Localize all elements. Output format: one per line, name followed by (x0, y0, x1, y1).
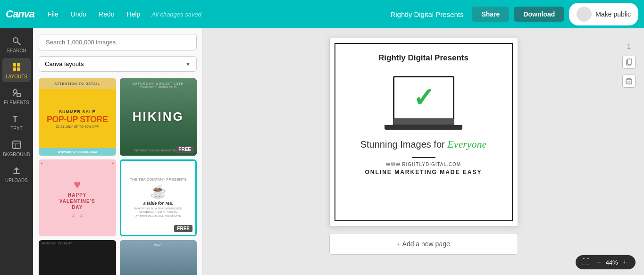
sidebar-item-elements[interactable]: ELEMENTS (2, 84, 31, 108)
page-number-bar: 1 (622, 42, 636, 88)
svg-point-6 (13, 90, 17, 93)
logo: Canva (6, 8, 34, 20)
canvas-tagline: ONLINE MARKETING MADE EASY (365, 169, 482, 175)
svg-rect-3 (17, 63, 20, 67)
sidebar-label-text: TEXT (10, 126, 23, 131)
template-valentine[interactable]: ♥ ♥ ♥ HAPPYVALENTINE'SDAY ⚔ ⚔ (39, 159, 116, 237)
sidebar-item-text[interactable]: T TEXT (2, 110, 31, 134)
canvas-border (335, 43, 513, 221)
sidebar-item-layouts[interactable]: LAYOUTS (2, 58, 31, 82)
laptop-keyboard (393, 118, 454, 125)
page-number: 1 (627, 42, 631, 50)
canvas-divider (412, 157, 435, 158)
saved-status: All changes saved (151, 11, 201, 18)
svg-rect-5 (17, 67, 20, 71)
zoom-level: 44% (606, 259, 618, 266)
menu-redo[interactable]: Redo (94, 8, 119, 20)
canvas-area: Rightly Digital Presents ✓ Stunning Imag… (203, 28, 644, 275)
avatar (577, 7, 592, 22)
sidebar-label-search: SEARCH (7, 48, 26, 53)
menu-bar: File Undo Redo Help (43, 8, 145, 20)
copy-page-icon[interactable] (622, 56, 636, 69)
zoom-bar: ⛶ − 44% + (576, 255, 636, 269)
sidebar-label-layouts: LAYOUTS (6, 74, 27, 79)
menu-file[interactable]: File (43, 8, 63, 20)
make-public-button[interactable]: Make public (569, 3, 638, 25)
svg-rect-12 (13, 173, 20, 174)
canvas-design-title: Rightly Digital Presents (378, 53, 468, 63)
svg-rect-4 (13, 67, 16, 71)
text-icon: T (11, 114, 22, 124)
menu-help[interactable]: Help (122, 8, 145, 20)
topbar-right: Rightly Digital Presents Share Download … (390, 3, 638, 25)
svg-rect-14 (627, 59, 632, 64)
layouts-icon (11, 62, 22, 72)
fullscreen-icon: ⛶ (582, 258, 590, 267)
main-layout: SEARCH LAYOUTS ELEMENTS (0, 28, 644, 275)
search-input[interactable] (39, 34, 197, 50)
template-panel: Canva layouts ▼ ATTENTION TO DETAIL SUMM… (33, 28, 203, 275)
laptop-graphic: ✓ (385, 76, 462, 130)
template-grid: ATTENTION TO DETAIL SUMMER SALE POP-UP S… (39, 78, 197, 275)
svg-line-1 (17, 42, 20, 45)
svg-rect-9 (13, 141, 20, 149)
svg-text:T: T (13, 115, 17, 123)
canvas-subtitle: Stunning Images for Everyone (360, 138, 487, 150)
project-title: Rightly Digital Presents (390, 10, 463, 18)
menu-undo[interactable]: Undo (66, 8, 91, 20)
laptop-base (385, 125, 462, 130)
background-icon (11, 140, 22, 150)
subtitle-normal: Stunning Images for (360, 139, 445, 150)
dropdown-label: Canva layouts (45, 60, 84, 67)
search-icon (11, 36, 22, 46)
chevron-down-icon: ▼ (185, 61, 191, 67)
zoom-in-button[interactable]: + (621, 258, 629, 267)
template-pop-up[interactable]: ATTENTION TO DETAIL SUMMER SALE POP-UP S… (39, 78, 116, 156)
laptop-screen: ✓ (393, 76, 454, 118)
zoom-out-button[interactable]: − (594, 258, 602, 267)
subtitle-italic: Everyone (447, 138, 486, 150)
sidebar-label-background: BKGROUND (3, 152, 30, 157)
uploads-icon (11, 166, 22, 176)
canvas-url: WWW.RIGHTLYDIGITAL.COM (386, 162, 461, 167)
elements-icon (11, 88, 22, 98)
svg-rect-7 (17, 93, 20, 97)
free-badge-tea: FREE (174, 225, 192, 232)
layout-dropdown[interactable]: Canva layouts ▼ (39, 56, 197, 72)
add-page-button[interactable]: + Add a new page (329, 233, 518, 255)
sidebar-item-search[interactable]: SEARCH (2, 32, 31, 56)
template-faith[interactable]: MONDAY INSIGHT IT'S NOT FAITHIN TECHNOLO… (39, 240, 116, 275)
template-hiking[interactable]: SATURDAY, AUGUST 13TH COUNTRY CLIMBING C… (120, 78, 197, 156)
sidebar-label-uploads: UPLOADS (5, 178, 28, 183)
topbar: Canva File Undo Redo Help All changes sa… (0, 0, 644, 28)
share-button[interactable]: Share (472, 7, 509, 22)
download-button[interactable]: Download (514, 7, 564, 22)
template-reykjavik[interactable]: visit REYKJAVIK (120, 240, 197, 275)
svg-rect-15 (626, 79, 632, 84)
checkmark-icon: ✓ (413, 85, 435, 111)
free-badge: FREE (176, 146, 194, 153)
icon-sidebar: SEARCH LAYOUTS ELEMENTS (0, 28, 33, 275)
canvas-page[interactable]: Rightly Digital Presents ✓ Stunning Imag… (329, 38, 518, 226)
svg-rect-2 (13, 63, 16, 67)
template-tea[interactable]: THE TEA COMPANY PRESENTS ☕ a table for T… (120, 159, 197, 237)
delete-page-icon[interactable] (622, 75, 636, 88)
sidebar-label-elements: ELEMENTS (4, 100, 29, 105)
sidebar-item-background[interactable]: BKGROUND (2, 136, 31, 160)
sidebar-item-uploads[interactable]: UPLOADS (2, 162, 31, 186)
